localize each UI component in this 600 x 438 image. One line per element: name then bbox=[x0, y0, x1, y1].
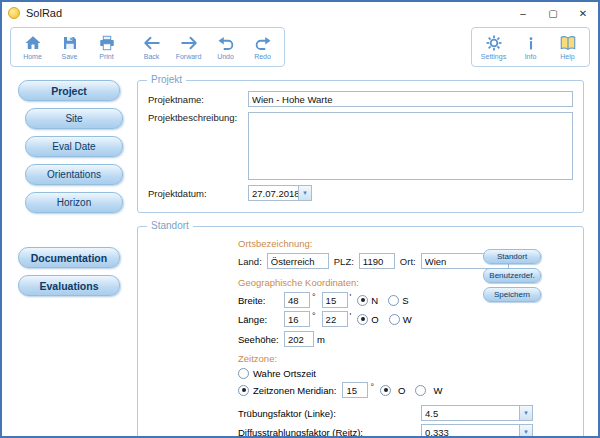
degree-symbol: ° bbox=[370, 382, 374, 392]
sued-option[interactable]: S bbox=[388, 295, 408, 306]
settings-button[interactable]: Settings bbox=[475, 29, 512, 65]
maximize-button[interactable]: ▢ bbox=[538, 2, 568, 24]
app-window: SolRad – ▢ ✕ Home Save bbox=[0, 0, 600, 438]
app-icon bbox=[8, 7, 20, 19]
info-button[interactable]: Info bbox=[512, 29, 549, 65]
breite-grad-input[interactable] bbox=[284, 292, 310, 308]
sidebar-item-evaluations[interactable]: Evaluations bbox=[18, 275, 120, 296]
laenge-label: Länge: bbox=[238, 314, 284, 325]
sidebar-item-eval-date[interactable]: Eval Date bbox=[25, 136, 123, 157]
standort-button[interactable]: Standort bbox=[483, 249, 541, 264]
print-label: Print bbox=[99, 53, 113, 61]
window-title: SolRad bbox=[26, 7, 508, 19]
ort-label: Ort: bbox=[400, 256, 416, 267]
save-label: Save bbox=[62, 53, 78, 61]
wahre-ortszeit-label: Wahre Ortszeit bbox=[253, 368, 316, 379]
sidebar-item-orientations[interactable]: Orientations bbox=[25, 164, 123, 185]
chevron-down-icon[interactable]: ▼ bbox=[298, 186, 311, 200]
ost-label: O bbox=[371, 314, 378, 325]
sidebar-item-horizon[interactable]: Horizon bbox=[25, 192, 123, 213]
titlebar: SolRad – ▢ ✕ bbox=[2, 2, 598, 24]
redo-label: Redo bbox=[254, 53, 271, 61]
truebungsfaktor-value: 4.5 bbox=[425, 408, 519, 419]
projektdatum-value: 27.07.2018 bbox=[252, 188, 298, 199]
west-option[interactable]: W bbox=[389, 314, 412, 325]
meridian-ost-option[interactable]: O bbox=[380, 385, 405, 396]
nord-label: N bbox=[371, 295, 378, 306]
print-button[interactable]: Print bbox=[88, 29, 125, 65]
projektbeschreibung-row: Projektbeschreibung: bbox=[148, 112, 573, 180]
sidebar-item-site[interactable]: Site bbox=[25, 108, 123, 129]
laenge-grad-input[interactable] bbox=[284, 311, 310, 327]
redo-icon bbox=[254, 34, 272, 52]
app-body: Project Site Eval Date Orientations Hori… bbox=[2, 70, 598, 436]
help-label: Help bbox=[560, 53, 574, 61]
projektdatum-dropdown[interactable]: 27.07.2018 ▼ bbox=[248, 185, 312, 201]
save-button[interactable]: Save bbox=[51, 29, 88, 65]
ost-option[interactable]: O bbox=[357, 314, 378, 325]
minimize-button[interactable]: – bbox=[508, 2, 538, 24]
degree-symbol: ° bbox=[312, 292, 316, 302]
zeitzone-heading: Zeitzone: bbox=[238, 353, 575, 364]
meridian-west-radio[interactable] bbox=[415, 385, 426, 396]
gear-icon bbox=[485, 34, 503, 52]
toolbar-right-group: Settings Info Help bbox=[471, 27, 590, 67]
main-content: Projekt Projektname: Projektbeschreibung… bbox=[135, 70, 598, 436]
chevron-down-icon[interactable]: ▼ bbox=[519, 425, 532, 436]
close-button[interactable]: ✕ bbox=[568, 2, 598, 24]
west-radio[interactable] bbox=[389, 314, 400, 325]
truebungsfaktor-dropdown[interactable]: 4.5 ▼ bbox=[421, 405, 533, 421]
breite-label: Breite: bbox=[238, 295, 284, 306]
home-label: Home bbox=[23, 53, 42, 61]
speichern-button[interactable]: Speichern bbox=[483, 287, 541, 302]
degree-symbol: ° bbox=[312, 311, 316, 321]
projektbeschreibung-label: Projektbeschreibung: bbox=[148, 112, 248, 123]
factors-section: Trübungsfaktor (Linke): 4.5 ▼ Diffusstra… bbox=[238, 405, 575, 436]
projekt-groupbox: Projekt Projektname: Projektbeschreibung… bbox=[137, 80, 584, 213]
projektname-input[interactable] bbox=[248, 91, 573, 107]
back-label: Back bbox=[144, 53, 160, 61]
benutzerdef-button[interactable]: Benutzerdef. bbox=[483, 268, 541, 283]
nord-option[interactable]: N bbox=[357, 295, 378, 306]
meridian-ost-radio[interactable] bbox=[380, 385, 391, 396]
ost-radio[interactable] bbox=[357, 314, 368, 325]
redo-button[interactable]: Redo bbox=[244, 29, 281, 65]
home-button[interactable]: Home bbox=[14, 29, 51, 65]
forward-button[interactable]: Forward bbox=[170, 29, 207, 65]
diffusstrahlungsfaktor-label: Diffusstrahlungsfaktor (Reitz): bbox=[238, 427, 421, 437]
plz-input[interactable] bbox=[359, 253, 395, 269]
plz-label: PLZ: bbox=[334, 256, 354, 267]
sued-radio[interactable] bbox=[388, 295, 399, 306]
zeitzonen-meridian-radio[interactable] bbox=[238, 385, 249, 396]
wahre-ortszeit-row: Wahre Ortszeit bbox=[238, 368, 575, 379]
seehoehe-label: Seehöhe: bbox=[238, 334, 284, 345]
projektname-label: Projektname: bbox=[148, 94, 248, 105]
sidebar-item-documentation[interactable]: Documentation bbox=[18, 247, 120, 268]
sidebar-item-project[interactable]: Project bbox=[18, 80, 120, 101]
wahre-ortszeit-radio[interactable] bbox=[238, 368, 249, 379]
laenge-minuten-input[interactable] bbox=[322, 311, 348, 327]
seehoehe-input[interactable] bbox=[284, 331, 314, 347]
help-book-icon bbox=[559, 34, 577, 52]
undo-button[interactable]: Undo bbox=[207, 29, 244, 65]
projektbeschreibung-textarea[interactable] bbox=[248, 112, 573, 180]
help-button[interactable]: Help bbox=[549, 29, 586, 65]
back-button[interactable]: Back bbox=[133, 29, 170, 65]
standort-groupbox: Standort Ortsbezeichnung: Land: PLZ: Ort… bbox=[137, 226, 584, 436]
undo-icon bbox=[217, 34, 235, 52]
chevron-down-icon[interactable]: ▼ bbox=[519, 406, 532, 420]
diffusstrahlungsfaktor-row: Diffusstrahlungsfaktor (Reitz): 0.333 ▼ bbox=[238, 424, 533, 436]
breite-minuten-input[interactable] bbox=[322, 292, 348, 308]
sued-label: S bbox=[402, 295, 408, 306]
land-input[interactable] bbox=[267, 253, 329, 269]
diffusstrahlungsfaktor-dropdown[interactable]: 0.333 ▼ bbox=[421, 424, 533, 436]
land-label: Land: bbox=[238, 256, 262, 267]
meridian-input[interactable] bbox=[342, 382, 368, 398]
meridian-west-option[interactable]: W bbox=[415, 385, 442, 396]
minute-symbol: ' bbox=[350, 292, 352, 302]
seehoehe-unit: m bbox=[317, 334, 325, 345]
projektdatum-row: Projektdatum: 27.07.2018 ▼ bbox=[148, 185, 573, 201]
nord-radio[interactable] bbox=[357, 295, 368, 306]
ortsbezeichnung-heading: Ortsbezeichnung: bbox=[238, 238, 575, 249]
window-controls: – ▢ ✕ bbox=[508, 2, 598, 24]
